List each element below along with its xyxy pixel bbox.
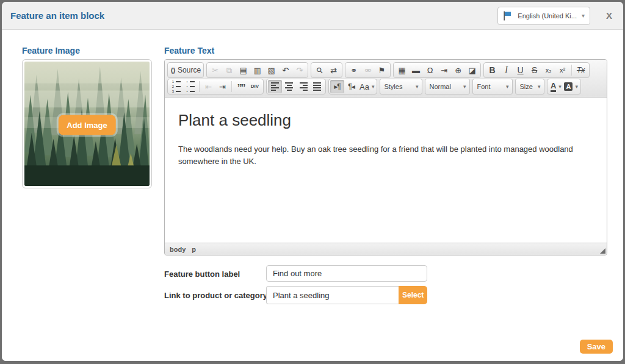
rtl-button[interactable]: ¶◂: [344, 80, 358, 93]
format-dropdown[interactable]: Normal▾: [425, 79, 470, 95]
bg-color-icon: A: [564, 82, 573, 91]
size-dropdown-value: Size: [519, 83, 532, 90]
numbered-list-icon: 123: [172, 80, 181, 93]
paste-word-icon: ▧: [267, 66, 275, 74]
bold-button[interactable]: B: [485, 63, 499, 77]
link-button[interactable]: ⚭: [347, 63, 361, 77]
unlink-icon: ⚮: [364, 66, 371, 74]
outdent-button: ⇤: [201, 80, 215, 93]
horizontal-rule-button[interactable]: ▬: [409, 63, 423, 77]
remove-format-button[interactable]: Tx: [574, 63, 588, 77]
toolbar-separator: [231, 81, 232, 92]
editor-toolbar: ⟨⟩Source✂⧉▤▥▧↶↷⚲⇄⚭⚮⚑▦▬Ω⇥⊕◪BIUSx₂x²Tx 123…: [165, 60, 607, 98]
toolbar-group-font-dd: Font▾: [472, 79, 513, 95]
table-button[interactable]: ▦: [395, 63, 409, 77]
strike-button[interactable]: S: [527, 63, 541, 77]
toolbar-group-document: ⟨⟩Source: [167, 62, 204, 78]
language-value: English (United Ki...: [518, 12, 577, 20]
language-button[interactable]: Aa▾: [358, 80, 375, 93]
div-container-button[interactable]: DIV: [248, 80, 262, 93]
content-heading: Plant a seedling: [178, 111, 593, 130]
close-button[interactable]: X: [604, 9, 615, 22]
paste-button[interactable]: ▤: [236, 63, 250, 77]
source-button[interactable]: ⟨⟩Source: [169, 63, 202, 77]
toolbar-separator: [571, 65, 572, 76]
subscript-icon: x₂: [546, 67, 552, 74]
feature-button-label-input[interactable]: [266, 265, 427, 282]
unlink-button: ⚮: [361, 63, 375, 77]
image-button[interactable]: ◪: [465, 63, 479, 77]
styles-dropdown-value: Styles: [384, 83, 402, 90]
anchor-button[interactable]: ⚑: [375, 63, 389, 77]
undo-button[interactable]: ↶: [278, 63, 292, 77]
chevron-down-icon: ▾: [416, 84, 419, 90]
chevron-down-icon: ▾: [558, 84, 562, 90]
styles-dropdown[interactable]: Styles▾: [380, 79, 422, 95]
underline-button[interactable]: U: [513, 63, 527, 77]
paste-text-button[interactable]: ▥: [250, 63, 264, 77]
source-icon: ⟨⟩: [170, 67, 175, 74]
toolbar-group-styles-dd: Styles▾: [380, 79, 422, 95]
iframe-button[interactable]: ⊕: [451, 63, 465, 77]
toolbar-group-format-dd: Normal▾: [425, 79, 470, 95]
editor-content[interactable]: Plant a seedling The woodlands need your…: [165, 98, 607, 243]
subscript-button[interactable]: x₂: [541, 63, 555, 77]
chevron-down-icon: ▾: [582, 12, 585, 19]
content-paragraph: The woodlands need your help. Buy an oak…: [178, 143, 593, 167]
superscript-button[interactable]: x²: [555, 63, 569, 77]
feature-button-label: Feature button label: [164, 269, 240, 279]
italic-button[interactable]: I: [499, 63, 513, 77]
text-color-button[interactable]: A▾: [549, 80, 563, 93]
rtl-icon: ¶◂: [348, 83, 354, 90]
text-color-icon: A: [551, 82, 556, 92]
toolbar-group-basic-styles: BIUSx₂x²Tx: [483, 62, 590, 78]
align-justify-icon: [313, 82, 322, 91]
ltr-button[interactable]: ▸¶: [330, 80, 344, 93]
paste-icon: ▤: [239, 66, 247, 74]
language-icon: Aa: [359, 83, 369, 91]
size-dropdown[interactable]: Size▾: [515, 79, 544, 95]
outdent-icon: ⇤: [205, 83, 212, 91]
undo-icon: ↶: [282, 66, 289, 74]
paste-word-button[interactable]: ▧: [264, 63, 278, 77]
chevron-down-icon: ▾: [463, 84, 466, 90]
element-path-body[interactable]: body: [170, 246, 186, 253]
language-selector[interactable]: English (United Ki... ▾: [497, 7, 590, 25]
align-left-button[interactable]: [268, 80, 282, 93]
redo-button: ↷: [292, 63, 306, 77]
table-icon: ▦: [398, 66, 405, 74]
link-icon: ⚭: [350, 66, 357, 74]
resize-handle[interactable]: [600, 248, 605, 254]
superscript-icon: x²: [560, 67, 565, 74]
bullet-list-button[interactable]: •••: [183, 80, 197, 93]
toolbar-group-insert: ▦▬Ω⇥⊕◪: [393, 62, 481, 78]
bg-color-button[interactable]: A▾: [563, 80, 579, 93]
blockquote-button[interactable]: ””: [234, 80, 248, 93]
numbered-list-button[interactable]: 123: [169, 80, 183, 93]
chevron-down-icon: ▾: [506, 84, 509, 90]
link-to-product-input[interactable]: [266, 286, 399, 304]
link-to-product-label: Link to product or category: [164, 291, 267, 300]
screen-background: Feature an item block English (United Ki…: [0, 0, 625, 364]
add-image-button[interactable]: Add Image: [58, 115, 115, 135]
align-right-button[interactable]: [296, 80, 310, 93]
indent-icon: ⇥: [219, 83, 226, 91]
element-path-p[interactable]: p: [192, 246, 196, 253]
toolbar-group-paragraph: 123•••⇤⇥””DIV: [167, 79, 264, 95]
feature-item-dialog: Feature an item block English (United Ki…: [2, 2, 623, 361]
font-dropdown[interactable]: Font▾: [472, 79, 513, 95]
replace-button[interactable]: ⇄: [327, 63, 341, 77]
special-char-button[interactable]: Ω: [423, 63, 437, 77]
find-button[interactable]: ⚲: [312, 63, 327, 77]
font-dropdown-value: Font: [477, 83, 490, 90]
select-button[interactable]: Select: [399, 286, 427, 304]
save-button[interactable]: Save: [580, 340, 613, 354]
format-dropdown-value: Normal: [429, 83, 450, 90]
chevron-down-icon: ▾: [575, 84, 578, 90]
align-justify-button[interactable]: [310, 80, 324, 93]
align-center-button[interactable]: [282, 80, 296, 93]
indent-button[interactable]: ⇥: [215, 80, 229, 93]
page-break-button[interactable]: ⇥: [437, 63, 451, 77]
redo-icon: ↷: [296, 66, 303, 74]
blockquote-icon: ””: [237, 83, 245, 90]
